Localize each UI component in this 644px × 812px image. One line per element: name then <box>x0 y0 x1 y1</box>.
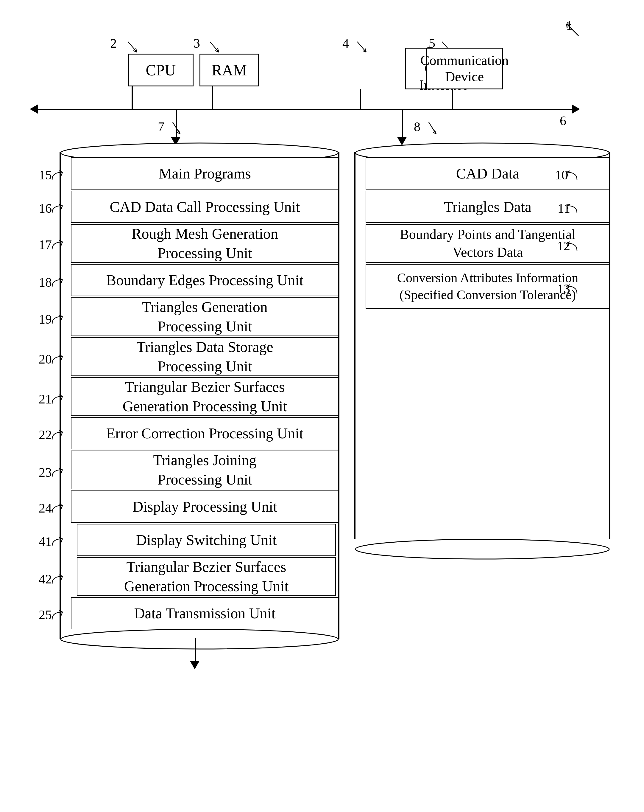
left-cyl-left-wall <box>59 152 61 639</box>
ref-6: 6 <box>560 113 566 128</box>
svg-line-45 <box>61 576 62 580</box>
module-15: Main Programs <box>71 157 339 189</box>
ref-7: 7 <box>158 119 164 134</box>
module-13-label: Conversion Attributes Information(Specif… <box>397 269 579 303</box>
svg-line-18 <box>429 122 436 134</box>
ref10-arrow <box>562 169 579 181</box>
ref-41: 41 <box>39 534 52 549</box>
comm-label: CommunicationDevice <box>420 52 509 85</box>
ref20-arrow <box>50 353 67 365</box>
module-17: Rough Mesh GenerationProcessing Unit <box>71 224 339 263</box>
ref21-arrow <box>50 393 67 405</box>
module-16: CAD Data Call Processing Unit <box>71 191 339 223</box>
ref-2: 2 <box>110 36 117 51</box>
svg-line-25 <box>61 206 62 209</box>
module-24: Display Processing Unit <box>71 490 339 523</box>
svg-line-52 <box>566 172 568 176</box>
module-15-label: Main Programs <box>159 164 251 183</box>
ref15-arrow <box>50 169 67 181</box>
module-20: Triangles Data StorageProcessing Unit <box>71 337 339 376</box>
ref13-arrow <box>562 283 579 295</box>
svg-line-37 <box>61 432 62 436</box>
module-10-label: CAD Data <box>456 164 519 183</box>
ref18-arrow <box>50 276 67 288</box>
ref-18: 18 <box>39 275 52 290</box>
module-11-label: Triangles Data <box>444 197 531 217</box>
module-12-label: Boundary Points and TangentialVectors Da… <box>400 226 575 261</box>
ref17-arrow <box>50 239 67 251</box>
module-41: Display Switching Unit <box>77 524 336 556</box>
ref-8: 8 <box>414 119 420 134</box>
ref42-arrow <box>50 573 67 585</box>
ram-box: RAM <box>199 53 259 86</box>
svg-line-29 <box>61 279 62 283</box>
bus-arrow-left <box>30 104 38 114</box>
module-25: Data Transmission Unit <box>71 597 339 629</box>
module-24-label: Display Processing Unit <box>132 497 277 516</box>
bus-line <box>36 109 578 110</box>
right-bus-vline <box>402 110 403 139</box>
ref-42: 42 <box>39 572 52 587</box>
svg-line-35 <box>61 396 62 400</box>
module-42: Triangular Bezier SurfacesGeneration Pro… <box>77 557 336 596</box>
ref-24: 24 <box>39 501 52 516</box>
ref-21: 21 <box>39 392 52 407</box>
module-23: Triangles JoiningProcessing Unit <box>71 450 339 489</box>
ref-17: 17 <box>39 237 52 252</box>
svg-line-6 <box>210 42 219 52</box>
ref4-arrow <box>354 39 372 53</box>
svg-line-31 <box>61 316 62 320</box>
svg-point-50 <box>355 539 609 559</box>
svg-line-58 <box>566 286 568 290</box>
left-cyl-down-line <box>195 638 196 662</box>
module-22: Error Correction Processing Unit <box>71 417 339 449</box>
svg-point-48 <box>61 629 338 649</box>
ref19-arrow <box>50 313 67 325</box>
svg-line-2 <box>566 24 567 28</box>
left-cyl-down-arrow-head <box>190 661 199 669</box>
ref25-arrow <box>50 609 67 621</box>
comm-box: CommunicationDevice <box>426 48 503 89</box>
bus-arrow-right <box>572 104 580 114</box>
ref-4: 4 <box>343 36 349 51</box>
module-18-label: Boundary Edges Processing Unit <box>106 270 303 290</box>
right-cyl-left-wall <box>354 152 355 539</box>
svg-line-23 <box>61 172 62 176</box>
ref-25: 25 <box>39 607 52 623</box>
ref3-arrow <box>207 39 225 53</box>
left-cyl-right-wall <box>338 152 340 639</box>
module-42-label: Triangular Bezier SurfacesGeneration Pro… <box>124 557 289 596</box>
ram-vline <box>212 86 213 110</box>
ref11-arrow <box>562 203 579 215</box>
ref-16: 16 <box>39 201 52 216</box>
svg-line-39 <box>61 470 62 473</box>
svg-line-56 <box>566 243 568 247</box>
svg-line-33 <box>61 356 62 360</box>
ref16-arrow <box>50 203 67 215</box>
cpu-vline <box>132 86 133 110</box>
module-21-label: Triangular Bezier SurfacesGeneration Pro… <box>123 377 287 416</box>
ref-19: 19 <box>39 312 52 327</box>
module-23-label: Triangles JoiningProcessing Unit <box>153 450 257 489</box>
module-18: Boundary Edges Processing Unit <box>71 264 339 296</box>
ref24-arrow <box>50 502 67 514</box>
ref23-arrow <box>50 467 67 479</box>
svg-line-43 <box>61 539 62 542</box>
svg-line-9 <box>357 42 366 52</box>
module-19: Triangles GenerationProcessing Unit <box>71 298 339 336</box>
cpu-label: CPU <box>146 61 176 79</box>
module-21: Triangular Bezier SurfacesGeneration Pro… <box>71 377 339 416</box>
cpu-box: CPU <box>128 53 193 86</box>
ref-15: 15 <box>39 168 52 183</box>
ref8-arrow <box>426 121 441 136</box>
comm-vline <box>452 89 453 110</box>
ref12-arrow <box>562 240 579 252</box>
ref-22: 22 <box>39 427 52 443</box>
left-cyl-bottom-ellipse <box>59 629 340 650</box>
module-16-label: CAD Data Call Processing Unit <box>110 197 300 217</box>
ref41-arrow <box>50 536 67 548</box>
ref-23: 23 <box>39 465 52 480</box>
svg-line-41 <box>61 505 62 509</box>
ref2-arrow <box>125 39 143 53</box>
svg-line-1 <box>566 24 571 24</box>
